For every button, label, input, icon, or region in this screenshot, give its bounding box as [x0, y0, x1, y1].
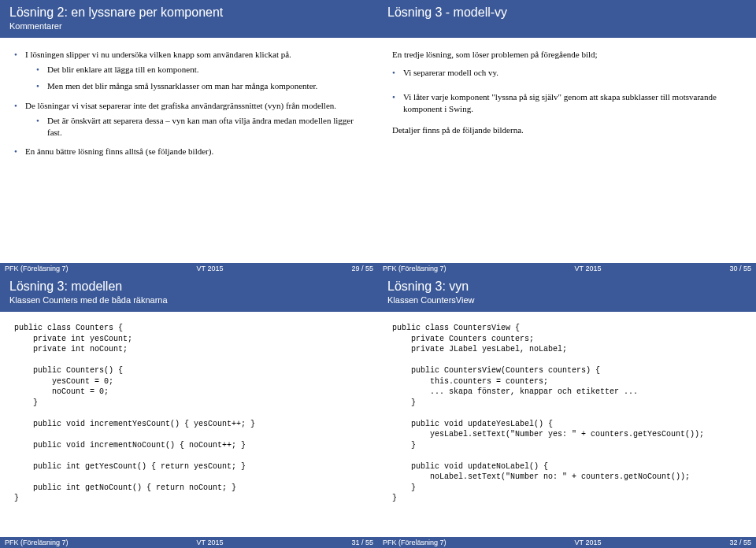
slide-footer: PFK (Föreläsning 7) VT 2015 30 / 55	[378, 263, 756, 274]
slide-subtitle: Klassen Counters med de båda räknarna	[9, 295, 369, 305]
footer-center: VT 2015	[197, 265, 224, 272]
slide-body: public class Counters { private int yesC…	[0, 312, 378, 537]
footer-left: PFK (Föreläsning 7)	[5, 539, 69, 546]
bullet-text: Men men det blir många små lyssnarklasse…	[47, 81, 317, 91]
paragraph: Detaljer finns på de följande bilderna.	[392, 124, 742, 136]
slide-header: Lösning 3 - modell-vy	[378, 0, 756, 38]
slide-body: I lösningen slipper vi nu undersöka vilk…	[0, 38, 378, 263]
slide-30: Lösning 3 - modell-vy En tredje lösning,…	[378, 0, 756, 274]
bullet-text: Det blir enklare att lägga till en kompo…	[47, 65, 198, 74]
slide-32: Lösning 3: vyn Klassen CountersView publ…	[378, 274, 756, 548]
code-block: public class Counters { private int yesC…	[14, 323, 364, 504]
sub-bullet: Det är önskvärt att separera dessa – vyn…	[36, 115, 364, 139]
slide-header: Lösning 2: en lyssnare per komponent Kom…	[0, 0, 378, 38]
bullet-text: Vi låter varje komponent "lyssna på sig …	[403, 92, 717, 113]
bullet: En ännu bättre lösning finns alltså (se …	[14, 146, 364, 157]
slide-title: Lösning 3: vyn	[387, 279, 747, 294]
bullet-text: I lösningen slipper vi nu undersöka vilk…	[25, 50, 291, 59]
slide-title: Lösning 3 - modell-vy	[387, 5, 747, 20]
slide-header: Lösning 3: modellen Klassen Counters med…	[0, 274, 378, 312]
slide-subtitle: Kommentarer	[9, 21, 369, 31]
footer-left: PFK (Föreläsning 7)	[383, 265, 447, 272]
bullet-text: Det är önskvärt att separera dessa – vyn…	[47, 116, 354, 137]
slide-footer: PFK (Föreläsning 7) VT 2015 29 / 55	[0, 263, 378, 274]
footer-center: VT 2015	[197, 539, 224, 546]
slide-footer: PFK (Föreläsning 7) VT 2015 31 / 55	[0, 537, 378, 548]
slide-29: Lösning 2: en lyssnare per komponent Kom…	[0, 0, 378, 274]
footer-page: 29 / 55	[351, 265, 373, 272]
slide-header: Lösning 3: vyn Klassen CountersView	[378, 274, 756, 312]
slide-subtitle: Klassen CountersView	[387, 295, 747, 305]
paragraph: En tredje lösning, som löser problemen p…	[392, 49, 742, 61]
handout-grid: Lösning 2: en lyssnare per komponent Kom…	[0, 0, 756, 548]
sub-bullet: Det blir enklare att lägga till en kompo…	[36, 64, 364, 76]
bullet: Vi låter varje komponent "lyssna på sig …	[392, 91, 742, 115]
bullet-text: De lösningar vi visat separerar inte det…	[25, 101, 336, 110]
slide-subtitle	[387, 21, 747, 31]
footer-page: 32 / 55	[729, 539, 751, 546]
bullet: De lösningar vi visat separerar inte det…	[14, 100, 364, 139]
code-block: public class CountersView { private Coun…	[392, 323, 742, 504]
footer-left: PFK (Föreläsning 7)	[5, 265, 69, 272]
bullet: Vi separerar modell och vy.	[392, 67, 742, 79]
bullet: I lösningen slipper vi nu undersöka vilk…	[14, 49, 364, 92]
slide-title: Lösning 3: modellen	[9, 279, 369, 294]
sub-bullet: Men men det blir många små lyssnarklasse…	[36, 80, 364, 92]
footer-center: VT 2015	[575, 539, 602, 546]
slide-body: En tredje lösning, som löser problemen p…	[378, 38, 756, 263]
slide-footer: PFK (Föreläsning 7) VT 2015 32 / 55	[378, 537, 756, 548]
slide-title: Lösning 2: en lyssnare per komponent	[9, 5, 369, 20]
slide-31: Lösning 3: modellen Klassen Counters med…	[0, 274, 378, 548]
footer-left: PFK (Föreläsning 7)	[383, 539, 447, 546]
footer-page: 31 / 55	[351, 539, 373, 546]
footer-page: 30 / 55	[729, 265, 751, 272]
bullet-text: En ännu bättre lösning finns alltså (se …	[25, 146, 213, 156]
bullet-text: Vi separerar modell och vy.	[403, 68, 498, 77]
slide-body: public class CountersView { private Coun…	[378, 312, 756, 537]
footer-center: VT 2015	[575, 265, 602, 272]
